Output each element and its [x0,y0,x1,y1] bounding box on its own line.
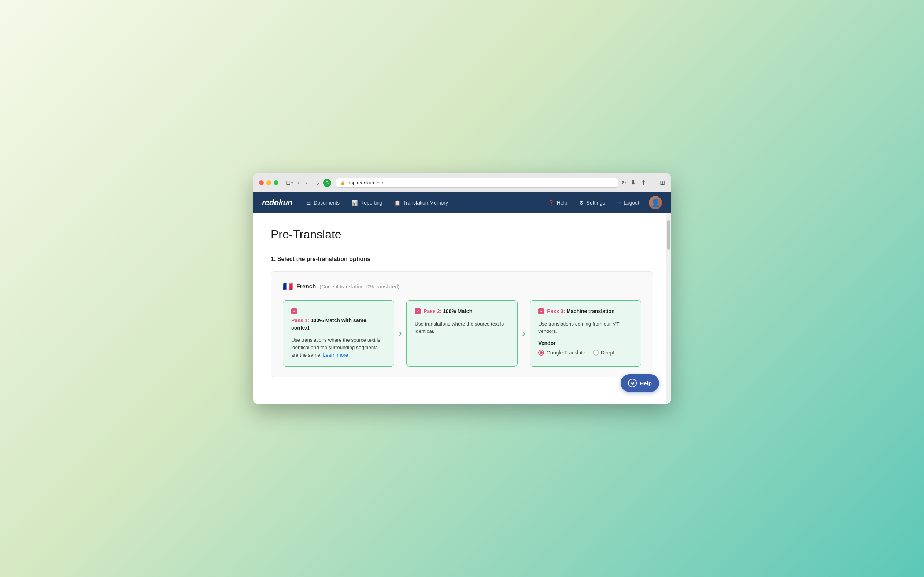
language-name: French [296,284,316,290]
language-flag: 🇫🇷 [283,282,293,292]
sidebar-toggle[interactable]: ⊟▾ [286,179,293,186]
shield-icon: 🛡 [315,180,320,186]
nav-reporting-label: Reporting [360,200,382,206]
help-button-label: Help [640,380,652,386]
pass2-description: Use translations where the source text i… [415,321,509,335]
nav-item-settings[interactable]: ⚙ Settings [574,197,611,209]
browser-nav-controls: ⊟▾ ‹ › [286,179,309,187]
browser-titlebar: ⊟▾ ‹ › 🛡 G 🔒 app.redokun.com ↻ ⬇ ⬆ + ⊞ [253,173,671,192]
avatar[interactable]: 👤 [649,196,662,210]
translation-card: 🇫🇷 French (Current translation: 0% trans… [271,271,653,377]
back-button[interactable]: ‹ [296,179,301,187]
vendor-label: Vendor [538,340,633,346]
section-label: 1. Select the pre-translation options [271,256,653,263]
forward-button[interactable]: › [304,179,309,187]
vendor-section: Vendor Google Translate DeepL [538,340,633,356]
app-logo[interactable]: redokun [262,198,292,208]
nav-item-reporting[interactable]: 📊 Reporting [346,197,387,209]
pass3-name: Machine translation [566,308,614,314]
address-bar-area: 🔒 app.redokun.com ↻ [336,178,626,188]
pass2-checkbox[interactable] [415,308,421,314]
scrollbar-thumb[interactable] [667,220,670,250]
traffic-lights [259,181,278,185]
close-button[interactable] [259,181,264,185]
nav-item-logout[interactable]: ↪ Logout [611,197,644,209]
nav-right: ❓ Help ⚙ Settings ↪ Logout 👤 [543,196,662,210]
nav-items: ☰ Documents 📊 Reporting 📋 Translation Me… [301,197,543,209]
pass1-num: Pass 1: [291,318,309,323]
scrollbar[interactable] [666,213,671,404]
pass2-title: Pass 2: 100% Match [424,308,472,315]
address-bar[interactable]: 🔒 app.redokun.com [336,178,619,188]
arrow-2-3: › [518,300,530,367]
nav-settings-label: Settings [587,200,605,206]
help-float-button[interactable]: ⊗ Help [621,374,659,392]
arrow-1-2: › [394,300,406,367]
pass3-card: Pass 3: Machine translation Use translat… [530,300,641,367]
vendor-options: Google Translate DeepL [538,350,633,356]
pass3-description: Use translations coming from our MT vend… [538,321,633,335]
address-text: app.redokun.com [348,180,384,185]
translation-memory-icon: 📋 [394,200,400,206]
maximize-button[interactable] [274,181,278,185]
google-translate-radio[interactable] [538,350,544,356]
reload-button[interactable]: ↻ [621,179,626,186]
page-content: Pre-Translate 1. Select the pre-translat… [253,213,671,404]
nav-logout-label: Logout [623,200,640,206]
avatar-image: 👤 [649,196,662,210]
language-header: 🇫🇷 French (Current translation: 0% trans… [283,282,641,292]
pass3-title: Pass 3: Machine translation [547,308,614,315]
share-icon[interactable]: ⬆ [641,179,646,187]
grid-icon[interactable]: ⊞ [660,179,665,187]
nav-item-translation-memory[interactable]: 📋 Translation Memory [389,197,453,209]
pass2-num: Pass 2: [424,308,442,314]
nav-item-documents[interactable]: ☰ Documents [301,197,345,209]
pass2-card: Pass 2: 100% Match Use translations wher… [406,300,518,367]
new-tab-icon[interactable]: + [651,179,655,187]
pass1-learn-more[interactable]: Learn more [323,352,348,358]
deepl-radio[interactable] [593,350,599,356]
documents-icon: ☰ [306,200,311,206]
lock-icon: 🔒 [341,181,345,185]
pass2-name: 100% Match [443,308,472,314]
vendor-deepl[interactable]: DeepL [593,350,616,356]
browser-actions: ⬇ ⬆ + ⊞ [630,179,665,187]
pass3-header: Pass 3: Machine translation [538,308,633,315]
reporting-icon: 📊 [351,200,358,206]
page-title: Pre-Translate [271,228,653,241]
vendor-google[interactable]: Google Translate [538,350,585,356]
pass3-checkbox[interactable] [538,308,544,314]
nav-help-label: Help [557,200,567,206]
minimize-button[interactable] [266,181,271,185]
pass1-checkbox[interactable] [291,308,297,314]
pass1-description: Use translations where the source text i… [291,337,386,359]
deepl-label: DeepL [601,350,616,356]
pass1-title: Pass 1: 100% Match with same context [291,317,386,331]
passes-container: Pass 1: 100% Match with same context Use… [283,300,641,367]
extension-icon: G [323,179,331,187]
pass1-card: Pass 1: 100% Match with same context Use… [283,300,394,367]
help-icon: ❓ [548,200,554,206]
app-nav: redokun ☰ Documents 📊 Reporting 📋 Transl… [253,192,671,213]
nav-item-help[interactable]: ❓ Help [543,197,573,209]
pass2-header: Pass 2: 100% Match [415,308,509,315]
download-icon[interactable]: ⬇ [630,179,636,187]
nav-translation-memory-label: Translation Memory [403,200,448,206]
translation-status: (Current translation: 0% translated) [320,284,399,290]
nav-documents-label: Documents [313,200,340,206]
browser-window: ⊟▾ ‹ › 🛡 G 🔒 app.redokun.com ↻ ⬇ ⬆ + ⊞ r… [253,173,671,404]
logout-icon: ↪ [617,200,621,206]
pass3-num: Pass 3: [547,308,565,314]
google-translate-label: Google Translate [546,350,585,356]
help-circle-icon: ⊗ [628,379,637,387]
settings-icon: ⚙ [579,200,584,206]
pass1-header: Pass 1: 100% Match with same context [291,308,386,331]
